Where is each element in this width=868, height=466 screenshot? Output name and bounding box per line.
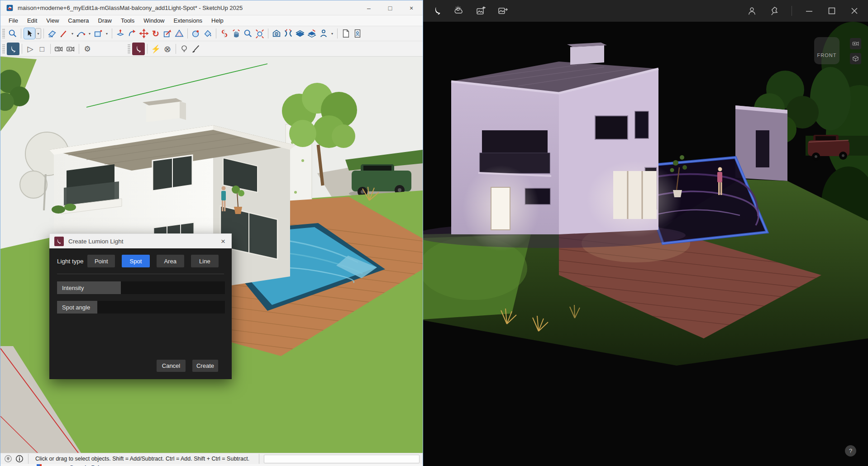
weather-icon[interactable] <box>454 5 465 16</box>
sketchup-window: maison+moderne+6_myEdit1a-mGlassMat-balc… <box>0 0 423 466</box>
rectangle-tool-icon[interactable] <box>92 28 104 39</box>
arc-tool-icon[interactable] <box>75 28 87 39</box>
menu-help[interactable]: Help <box>207 16 228 25</box>
scale-tool-icon[interactable] <box>162 28 173 39</box>
menu-tools[interactable]: Tools <box>116 16 139 25</box>
lumion-dialog-logo-icon <box>54 237 64 246</box>
light-type-line-button[interactable]: Line <box>191 255 219 267</box>
camera-disconnect-icon[interactable] <box>65 43 76 55</box>
menu-bar: File Edit View Camera Draw Tools Window … <box>0 15 423 26</box>
lumion-tools-icon[interactable] <box>132 43 145 55</box>
menu-extensions[interactable]: Extensions <box>169 16 207 25</box>
lumion-livesync-toolbar: ▷ □ ⚙ ⚡ ⊗ <box>0 42 423 57</box>
toolbar-grip[interactable] <box>2 44 5 54</box>
make-component-icon[interactable] <box>190 28 202 39</box>
lumion-livesync-icon[interactable] <box>7 43 19 55</box>
spot-angle-slider[interactable]: Spot angle <box>57 301 225 314</box>
position-camera-icon[interactable] <box>271 28 282 39</box>
eraser-icon[interactable] <box>46 28 58 39</box>
lumion-minimize-button[interactable] <box>804 5 815 16</box>
intensity-slider[interactable]: Intensity <box>57 281 225 294</box>
person-tool-icon[interactable] <box>318 28 329 39</box>
lumion-maximize-button[interactable] <box>826 5 837 16</box>
paint-bucket-icon[interactable] <box>202 28 214 39</box>
intensity-slider-fill: Intensity <box>57 281 121 294</box>
dialog-divider <box>57 274 224 274</box>
create-lumion-light-dialog: Create Lumion Light × Light type Point S… <box>49 233 232 379</box>
push-pull-icon[interactable] <box>114 28 126 39</box>
section-plane-icon[interactable] <box>294 28 306 39</box>
zoom-window-icon[interactable] <box>7 28 19 39</box>
account-icon[interactable] <box>746 5 757 16</box>
play-sync-icon[interactable]: ▷ <box>24 43 36 55</box>
perspective-cube-button[interactable] <box>850 53 861 64</box>
zoom-tool-icon[interactable] <box>242 28 254 39</box>
view-cube[interactable]: FRONT <box>814 37 839 64</box>
look-around-icon[interactable] <box>282 28 294 39</box>
minimize-button[interactable]: – <box>365 5 373 12</box>
pin-icon[interactable] <box>769 5 780 16</box>
light-type-area-button[interactable]: Area <box>157 255 184 267</box>
lumion-window: FRONT ? <box>423 0 868 466</box>
photo-settings-icon[interactable] <box>476 5 486 16</box>
pan-hand-icon[interactable] <box>230 28 242 39</box>
camera-reset-button[interactable] <box>850 38 861 49</box>
pencil-dropdown[interactable]: ▾ <box>70 29 75 38</box>
pencil-tool-icon[interactable] <box>58 28 70 39</box>
stop-sync-icon[interactable]: □ <box>36 43 48 55</box>
main-toolbar: ▾ ▾ ▾ ▾ ↻ <box>0 26 423 41</box>
dialog-body: Light type Point Spot Area Line Intensit… <box>49 248 232 379</box>
move-tool-icon[interactable] <box>138 28 150 39</box>
sketchup-logo-icon <box>6 4 14 12</box>
lumion-render-view[interactable] <box>423 22 868 466</box>
toolbar-grip[interactable] <box>2 29 5 38</box>
select-tool-dropdown[interactable]: ▾ <box>35 28 41 39</box>
window-title: maison+moderne+6_myEdit1a-mGlassMat-balc… <box>18 5 243 11</box>
create-button[interactable]: Create <box>192 360 218 372</box>
paint-brush-icon[interactable] <box>190 43 202 55</box>
geolocation-icon[interactable] <box>4 455 12 463</box>
info-icon[interactable] <box>15 455 24 463</box>
cancel-button[interactable]: Cancel <box>157 360 186 372</box>
desktop-app-icon <box>37 464 42 466</box>
new-page-icon[interactable] <box>340 28 352 39</box>
remove-light-icon[interactable]: ⊗ <box>162 43 173 55</box>
desktop-partial-strip: Google Drive <box>0 464 423 466</box>
light-type-spot-button[interactable]: Spot <box>122 255 149 267</box>
menu-camera[interactable]: Camera <box>63 16 93 25</box>
credits-page-icon[interactable] <box>352 28 363 39</box>
menu-file[interactable]: File <box>4 16 23 25</box>
lightning-icon[interactable]: ⚡ <box>150 43 162 55</box>
offset-tool-icon[interactable] <box>173 28 185 39</box>
spot-angle-label: Spot angle <box>57 304 90 311</box>
rotate-tool-icon[interactable]: ↻ <box>150 28 162 39</box>
dialog-close-icon[interactable]: × <box>221 238 225 245</box>
dialog-title: Create Lumion Light <box>68 238 124 245</box>
lumion-close-button[interactable] <box>849 5 860 16</box>
zoom-extents-icon[interactable] <box>254 28 266 39</box>
sync-camera-icon[interactable] <box>53 43 65 55</box>
maximize-button[interactable]: □ <box>386 5 394 12</box>
toolbar-grip[interactable] <box>128 44 130 54</box>
light-bulb-icon[interactable] <box>178 43 190 55</box>
close-button[interactable]: × <box>407 5 415 12</box>
rectangle-dropdown[interactable]: ▾ <box>104 29 110 38</box>
help-button[interactable]: ? <box>845 445 856 456</box>
export-image-icon[interactable] <box>497 5 508 16</box>
flip-icon[interactable] <box>219 28 230 39</box>
styles-icon[interactable] <box>306 28 318 39</box>
menu-view[interactable]: View <box>42 16 63 25</box>
menu-draw[interactable]: Draw <box>94 16 116 25</box>
follow-me-icon[interactable] <box>126 28 138 39</box>
measurements-input[interactable] <box>264 455 420 463</box>
light-type-point-button[interactable]: Point <box>87 255 115 267</box>
lumion-logo-icon[interactable] <box>432 5 443 16</box>
menu-window[interactable]: Window <box>139 16 169 25</box>
select-tool-icon[interactable] <box>24 28 35 39</box>
livesync-settings-gear-icon[interactable]: ⚙ <box>81 43 93 55</box>
arc-dropdown[interactable]: ▾ <box>87 29 92 38</box>
menu-edit[interactable]: Edit <box>23 16 42 25</box>
dialog-titlebar[interactable]: Create Lumion Light × <box>49 233 232 248</box>
light-type-label: Light type <box>57 258 87 265</box>
person-tool-dropdown[interactable]: ▾ <box>329 29 335 38</box>
